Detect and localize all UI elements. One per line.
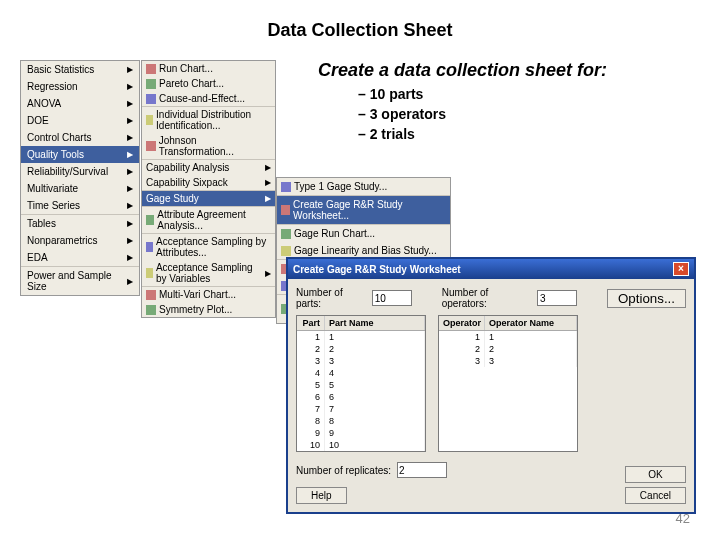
menu-multivariate[interactable]: Multivariate▶ <box>21 180 139 197</box>
options-button[interactable]: Options... <box>607 289 686 308</box>
menu-power-sample[interactable]: Power and Sample Size▶ <box>21 267 139 295</box>
menu-doe[interactable]: DOE▶ <box>21 112 139 129</box>
transform-icon <box>146 141 156 151</box>
instruction-heading: Create a data collection sheet for: <box>318 60 607 81</box>
run-chart-icon <box>281 229 291 239</box>
menu-anova[interactable]: ANOVA▶ <box>21 95 139 112</box>
submenu-pareto[interactable]: Pareto Chart... <box>142 76 275 91</box>
stat-main-menu[interactable]: Basic Statistics▶ Regression▶ ANOVA▶ DOE… <box>20 60 140 296</box>
multivari-icon <box>146 290 156 300</box>
table-row[interactable]: 99 <box>297 427 425 439</box>
cancel-button[interactable]: Cancel <box>625 487 686 504</box>
chevron-right-icon: ▶ <box>127 201 133 210</box>
table-row[interactable]: 1010 <box>297 439 425 451</box>
chevron-right-icon: ▶ <box>127 65 133 74</box>
help-button[interactable]: Help <box>296 487 347 504</box>
menu-time-series[interactable]: Time Series▶ <box>21 197 139 214</box>
agreement-icon <box>146 215 154 225</box>
chevron-right-icon: ▶ <box>265 163 271 172</box>
num-reps-input[interactable] <box>397 462 447 478</box>
operators-table[interactable]: OperatorOperator Name 112233 <box>438 315 578 452</box>
table-row[interactable]: 22 <box>297 343 425 355</box>
symmetry-icon <box>146 305 156 315</box>
ops-col-name: Operator Name <box>485 316 577 330</box>
chevron-right-icon: ▶ <box>127 150 133 159</box>
menu-regression[interactable]: Regression▶ <box>21 78 139 95</box>
chevron-right-icon: ▶ <box>127 133 133 142</box>
table-row[interactable]: 66 <box>297 391 425 403</box>
table-row[interactable]: 22 <box>439 343 577 355</box>
table-row[interactable]: 55 <box>297 379 425 391</box>
table-row[interactable]: 88 <box>297 415 425 427</box>
chevron-right-icon: ▶ <box>127 253 133 262</box>
menu-eda[interactable]: EDA▶ <box>21 249 139 266</box>
menu-nonparametrics[interactable]: Nonparametrics▶ <box>21 232 139 249</box>
table-row[interactable]: 11 <box>439 331 577 343</box>
chevron-right-icon: ▶ <box>127 116 133 125</box>
dialog-titlebar[interactable]: Create Gage R&R Study Worksheet × <box>288 259 694 279</box>
close-icon[interactable]: × <box>673 262 689 276</box>
submenu-sixpack[interactable]: Capability Sixpack▶ <box>142 175 275 190</box>
submenu-cause-effect[interactable]: Cause-and-Effect... <box>142 91 275 106</box>
num-ops-label: Number of operators: <box>442 287 533 309</box>
submenu2-run-chart[interactable]: Gage Run Chart... <box>277 225 450 242</box>
chevron-right-icon: ▶ <box>127 82 133 91</box>
bullet-trials: – 2 trials <box>358 126 446 142</box>
menu-quality-tools[interactable]: Quality Tools▶ <box>21 146 139 163</box>
submenu-multivari[interactable]: Multi-Vari Chart... <box>142 287 275 302</box>
submenu-idi[interactable]: Individual Distribution Identification..… <box>142 107 275 133</box>
chevron-right-icon: ▶ <box>265 194 271 203</box>
menu-control-charts[interactable]: Control Charts▶ <box>21 129 139 146</box>
chevron-right-icon: ▶ <box>265 178 271 187</box>
chevron-right-icon: ▶ <box>127 277 133 286</box>
run-chart-icon <box>146 64 156 74</box>
chevron-right-icon: ▶ <box>127 236 133 245</box>
num-ops-input[interactable] <box>537 290 577 306</box>
instruction-bullets: – 10 parts – 3 operators – 2 trials <box>358 86 446 146</box>
menu-reliability[interactable]: Reliability/Survival▶ <box>21 163 139 180</box>
table-row[interactable]: 33 <box>297 355 425 367</box>
table-row[interactable]: 44 <box>297 367 425 379</box>
submenu-run-chart[interactable]: Run Chart... <box>142 61 275 76</box>
pareto-icon <box>146 79 156 89</box>
parts-col-name: Part Name <box>325 316 425 330</box>
parts-table[interactable]: PartPart Name 1122334455667788991010 <box>296 315 426 452</box>
menu-tables[interactable]: Tables▶ <box>21 215 139 232</box>
submenu-johnson[interactable]: Johnson Transformation... <box>142 133 275 159</box>
sampling-var-icon <box>146 268 153 278</box>
chevron-right-icon: ▶ <box>127 184 133 193</box>
bullet-parts: – 10 parts <box>358 86 446 102</box>
ops-col-operator: Operator <box>439 316 485 330</box>
chevron-right-icon: ▶ <box>127 167 133 176</box>
ok-button[interactable]: OK <box>625 466 686 483</box>
submenu-gage-study[interactable]: Gage Study▶ <box>142 191 275 206</box>
dialog-title-text: Create Gage R&R Study Worksheet <box>293 264 461 275</box>
worksheet-icon <box>281 205 290 215</box>
submenu2-create-worksheet[interactable]: Create Gage R&R Study Worksheet... <box>277 196 450 224</box>
fishbone-icon <box>146 94 156 104</box>
table-row[interactable]: 11 <box>297 331 425 343</box>
submenu-capability[interactable]: Capability Analysis▶ <box>142 160 275 175</box>
parts-col-part: Part <box>297 316 325 330</box>
quality-tools-submenu[interactable]: Run Chart... Pareto Chart... Cause-and-E… <box>141 60 276 318</box>
submenu-accept-var[interactable]: Acceptance Sampling by Variables▶ <box>142 260 275 286</box>
linearity-icon <box>281 246 291 256</box>
submenu-symmetry[interactable]: Symmetry Plot... <box>142 302 275 317</box>
table-row[interactable]: 77 <box>297 403 425 415</box>
submenu-accept-attr[interactable]: Acceptance Sampling by Attributes... <box>142 234 275 260</box>
num-parts-label: Number of parts: <box>296 287 368 309</box>
slide-title: Data Collection Sheet <box>0 20 720 41</box>
table-row[interactable]: 33 <box>439 355 577 367</box>
create-gage-worksheet-dialog: Create Gage R&R Study Worksheet × Number… <box>286 257 696 514</box>
submenu2-type1[interactable]: Type 1 Gage Study... <box>277 178 450 195</box>
chevron-right-icon: ▶ <box>265 269 271 278</box>
menu-basic-statistics[interactable]: Basic Statistics▶ <box>21 61 139 78</box>
sampling-icon <box>146 242 153 252</box>
num-parts-input[interactable] <box>372 290 412 306</box>
submenu-attribute-agree[interactable]: Attribute Agreement Analysis... <box>142 207 275 233</box>
bullet-operators: – 3 operators <box>358 106 446 122</box>
distribution-icon <box>146 115 153 125</box>
chevron-right-icon: ▶ <box>127 99 133 108</box>
chevron-right-icon: ▶ <box>127 219 133 228</box>
type1-icon <box>281 182 291 192</box>
